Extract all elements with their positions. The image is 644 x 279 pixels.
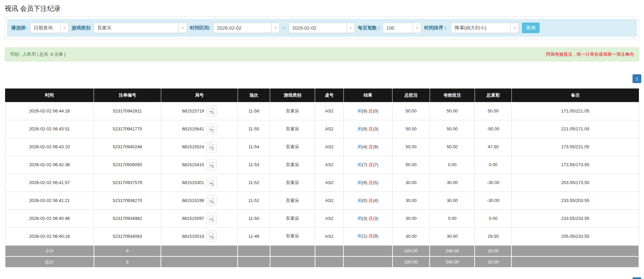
col-total-bet: 总投注 — [392, 88, 430, 102]
per-page-input[interactable]: 100 ▼ — [383, 23, 421, 33]
date-from-value: 2026-02-02 — [214, 23, 271, 33]
result-player-score: (9) — [362, 108, 367, 113]
result-banker-score: (0) — [373, 108, 378, 113]
game-type-select[interactable]: 百家乐 ▼ — [94, 23, 187, 33]
cell-valid-bet: 50.00 — [430, 138, 475, 156]
cell-round-id: 681515719 — [161, 102, 238, 120]
video-replay-button[interactable] — [207, 159, 217, 171]
col-valid-bet: 有效投注 — [430, 88, 475, 102]
cell-remark: 171.05/221.05 — [511, 102, 639, 120]
result-player-score: (1) — [362, 233, 367, 238]
table-row: 2026-02-02 06:40:46 523170934982 6815150… — [5, 209, 639, 227]
cell-valid-bet: 0.00 — [430, 209, 475, 227]
cell-total-bet: 30.00 — [392, 192, 430, 209]
subtotal-payout: 16.00 — [475, 245, 511, 256]
total-total-bet: 320.00 — [392, 256, 430, 268]
result-player-score: (9) — [362, 180, 367, 185]
cell-time: 2026-02-02 06:41:57 — [5, 174, 94, 192]
result-banker-label: 庄 — [368, 144, 373, 149]
result-banker-label: 庄 — [368, 108, 373, 113]
valid-bet-notice: 同局有效投注，统一计算在该局第一张注单内 — [546, 51, 634, 57]
date-from-input[interactable]: 2026-02-02 ▼ — [213, 23, 280, 33]
video-replay-button[interactable] — [207, 105, 217, 117]
cell-table-no: AS2 — [315, 209, 343, 227]
cell-total-bet: 50.00 — [392, 120, 430, 138]
cell-time: 2026-02-02 06:44:18 — [5, 102, 94, 120]
cell-round-id: 681515641 — [161, 120, 238, 138]
cell-remark: 173.55/173.55 — [511, 156, 639, 174]
video-replay-button[interactable] — [207, 213, 217, 224]
col-bet-id: 注单编号 — [94, 88, 161, 102]
cell-bet-id: 523170934982 — [94, 209, 161, 227]
video-replay-button[interactable] — [207, 230, 217, 242]
cell-time: 2026-02-02 06:41:21 — [5, 192, 94, 209]
page-1-button[interactable]: 1 — [633, 74, 641, 83]
filter-panel: 请选择: 日期查询 ▼ 游戏类别 百家乐 ▼ 时间区间: 2026-02-02 … — [5, 17, 639, 39]
search-button[interactable]: 查询 — [522, 23, 540, 33]
round-id-value: 681515719 — [182, 108, 204, 113]
cell-game-type: 百家乐 — [270, 192, 315, 209]
cell-remark: 233.55/233.55 — [511, 209, 639, 227]
cell-round-id: 681515199 — [161, 192, 238, 209]
result-player-score: (3) — [362, 216, 367, 221]
result-player-score: (7) — [362, 162, 367, 167]
total-payout: 16.00 — [475, 256, 511, 268]
cell-session: 11-50 — [238, 209, 270, 227]
cell-payout: 28.50 — [475, 227, 511, 245]
table-header-row: 时间 注单编号 局号 场次 游戏类别 桌号 结果 总投注 有效投注 总派彩 备注 — [5, 88, 639, 102]
cell-payout: 47.50 — [475, 138, 511, 156]
filter-bar: 请选择: 日期查询 ▼ 游戏类别 百家乐 ▼ 时间区间: 2026-02-02 … — [7, 19, 637, 37]
video-replay-icon — [209, 233, 215, 239]
video-replay-button[interactable] — [207, 123, 217, 135]
page-1-button[interactable]: 1 — [633, 277, 641, 279]
video-replay-icon — [209, 197, 215, 204]
table-body: 2026-02-02 06:44:18 523170942811 6815157… — [5, 102, 639, 245]
cell-game-type: 百家乐 — [270, 174, 315, 192]
query-type-label: 请选择: — [11, 25, 27, 31]
video-replay-button[interactable] — [207, 141, 217, 153]
chevron-down-icon: ▼ — [178, 23, 187, 33]
round-id-value: 681515415 — [182, 162, 204, 167]
cell-payout: 50.00 — [475, 102, 511, 120]
cell-game-type: 百家乐 — [270, 138, 315, 156]
cell-time: 2026-02-02 06:43:10 — [5, 138, 94, 156]
cell-bet-id: 523170934083 — [94, 227, 161, 245]
cell-table-no: AS2 — [315, 227, 343, 245]
cell-bet-id: 523170936270 — [94, 192, 161, 209]
cell-table-no: AS2 — [315, 156, 343, 174]
video-replay-icon — [209, 161, 215, 168]
cell-table-no: AS2 — [315, 174, 343, 192]
cell-payout: 0.00 — [475, 209, 511, 227]
col-time: 时间 — [5, 88, 94, 102]
total-valid-bet: 240.00 — [430, 256, 475, 268]
cell-game-type: 百家乐 — [270, 120, 315, 138]
sort-select[interactable]: 降幂(由大到小) ▼ — [451, 23, 519, 33]
table-row: 2026-02-02 06:42:38 523170939050 6815154… — [5, 156, 639, 174]
result-player-score: (4) — [362, 144, 367, 149]
cell-time: 2026-02-02 06:42:38 — [5, 156, 94, 174]
video-replay-button[interactable] — [207, 177, 217, 188]
result-player-label: 闲 — [358, 144, 362, 149]
result-player-label: 闲 — [358, 233, 362, 238]
cell-table-no: AS2 — [315, 138, 343, 156]
cell-result: 闲(1) 庄(9) — [343, 227, 392, 245]
per-page-label: 每页笔数 : — [358, 25, 380, 31]
cell-remark: 221.05/171.05 — [511, 120, 639, 138]
cell-total-bet: 50.00 — [392, 156, 430, 174]
query-type-select[interactable]: 日期查询 ▼ — [30, 23, 69, 33]
cell-result: 闲(9) 庄(3) — [343, 120, 392, 138]
game-type-label: 游戏类别 — [72, 25, 91, 31]
round-id-value: 681515199 — [182, 198, 204, 203]
date-to-input[interactable]: 2026-02-02 ▼ — [289, 23, 355, 33]
cell-time: 2026-02-02 06:40:46 — [5, 209, 94, 227]
cell-valid-bet: 50.00 — [430, 120, 475, 138]
cell-remark: 205.05/233.55 — [511, 227, 639, 245]
cell-payout: 0.00 — [475, 156, 511, 174]
result-player-label: 闲 — [358, 216, 362, 221]
round-id-value: 681515641 — [182, 126, 204, 131]
cell-bet-id: 523170937579 — [94, 174, 161, 192]
cell-remark: 173.55/221.05 — [511, 138, 639, 156]
video-replay-button[interactable] — [207, 195, 217, 206]
cell-payout: -30.00 — [475, 174, 511, 192]
cell-session: 11-52 — [238, 174, 270, 192]
